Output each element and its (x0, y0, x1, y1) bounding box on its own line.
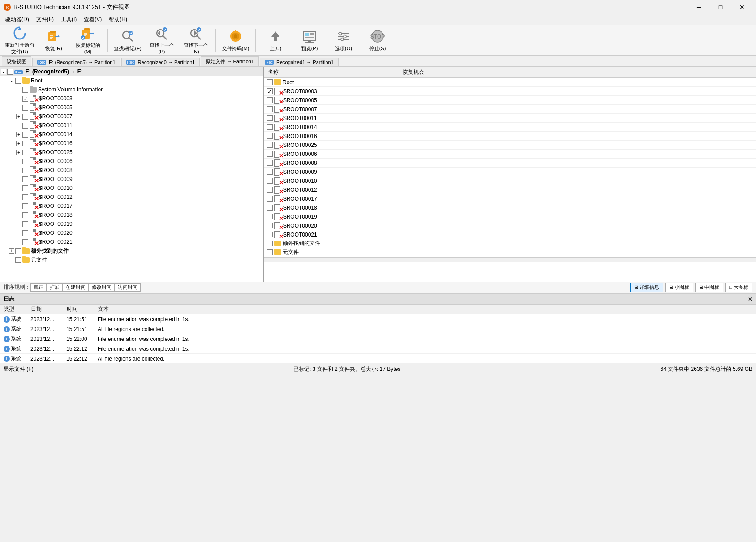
menu-tools[interactable]: 工具(I) (57, 15, 80, 24)
row-checkbox[interactable] (267, 232, 273, 237)
right-table-row[interactable]: ✕ $ROOT00020 (264, 221, 756, 230)
tree-item-root00018[interactable]: ✕ $ROOT00018 (0, 211, 263, 219)
row-checkbox[interactable] (267, 249, 273, 255)
menu-drives[interactable]: 驱动器(D) (2, 15, 33, 24)
row-checkbox[interactable] (267, 169, 273, 175)
root-checkbox[interactable] (7, 69, 13, 75)
row-checkbox[interactable]: ✓ (267, 88, 273, 94)
meta-checkbox[interactable] (15, 257, 21, 263)
tree-item-sysvolinfo[interactable]: System Volume Information (0, 85, 263, 94)
r12-checkbox[interactable] (22, 194, 28, 200)
r16-checkbox[interactable] (22, 141, 28, 146)
row-checkbox[interactable] (267, 205, 273, 211)
right-table-row[interactable]: ✕ $ROOT00025 (264, 141, 756, 150)
view-large-icon-btn[interactable]: □ 大图标 (725, 283, 752, 292)
r8-checkbox[interactable] (22, 168, 28, 173)
tree-item-root00012[interactable]: ✕ $ROOT00012 (0, 193, 263, 202)
right-table-row[interactable]: ✕ $ROOT00007 (264, 105, 756, 114)
sysvolinfo-checkbox[interactable] (22, 87, 28, 93)
row-checkbox[interactable] (267, 124, 273, 130)
status-left[interactable]: 显示文件 (F) (4, 366, 34, 373)
minimize-button[interactable]: ─ (689, 0, 709, 14)
row-checkbox[interactable] (267, 241, 273, 246)
row-checkbox[interactable] (267, 106, 273, 112)
right-table-row[interactable]: ✕ $ROOT00010 (264, 176, 756, 185)
find-next-button[interactable]: 查找下一个(N) (180, 27, 212, 53)
right-table-row[interactable]: ✕ $ROOT00011 (264, 114, 756, 123)
tab-recognized0[interactable]: Rec Recognized0 → Partition1 (121, 58, 200, 66)
r19-checkbox[interactable] (22, 221, 28, 227)
row-checkbox[interactable] (267, 178, 273, 184)
col-name-header[interactable]: 名称 (264, 67, 399, 78)
tree-item-root00011[interactable]: ✕ $ROOT00011 (0, 121, 263, 130)
sort-btn-created[interactable]: 创建时间 (63, 283, 89, 292)
find-mark-button[interactable]: 查找/标记(F) (112, 27, 144, 53)
view-detail-btn[interactable]: ⊞ 详细信息 (630, 283, 663, 292)
row-checkbox[interactable] (267, 142, 273, 148)
right-table-row[interactable]: ✕ $ROOT00018 (264, 203, 756, 212)
row-checkbox[interactable] (267, 151, 273, 157)
right-table-row[interactable]: ✕ $ROOT00014 (264, 123, 756, 132)
right-table-row[interactable]: ✕ $ROOT00005 (264, 96, 756, 105)
stop-button[interactable]: STOP 停止(S) (361, 27, 394, 53)
row-checkbox[interactable] (267, 160, 273, 166)
tree-item-root00014[interactable]: + ✕ $ROOT00014 (0, 130, 263, 139)
right-scrollbar-x[interactable] (264, 257, 756, 262)
row-checkbox[interactable] (267, 79, 273, 85)
r25-expand-btn[interactable]: + (16, 150, 21, 155)
tree-item-root00006[interactable]: ✕ $ROOT00006 (0, 157, 263, 166)
right-table-row[interactable]: ✕ $ROOT00012 (264, 185, 756, 194)
tab-recognized1[interactable]: Rec Recognized1 → Partition1 (260, 58, 339, 66)
right-table-row[interactable]: ✕ $ROOT00008 (264, 159, 756, 168)
r25-checkbox[interactable] (22, 150, 28, 155)
tree-item-root00008[interactable]: ✕ $ROOT00008 (0, 166, 263, 175)
r14-checkbox[interactable] (22, 132, 28, 138)
tree-item-root00005[interactable]: ✕ $ROOT00005 (0, 103, 263, 112)
r14-expand-btn[interactable]: + (16, 132, 21, 137)
menu-view[interactable]: 查看(V) (80, 15, 105, 24)
extra-checkbox[interactable] (15, 248, 21, 254)
r10-checkbox[interactable] (22, 185, 28, 191)
r5-checkbox[interactable] (22, 105, 28, 111)
r3-checkbox[interactable] (22, 96, 28, 102)
row-checkbox[interactable] (267, 187, 273, 193)
right-table-row[interactable]: 元文件 (264, 248, 756, 257)
right-table-row[interactable]: ✕ $ROOT00021 (264, 230, 756, 239)
recover-button[interactable]: 恢复(R) (38, 27, 70, 53)
tree-item-root00003[interactable]: ✕ $ROOT00003 (0, 94, 263, 103)
r21-checkbox[interactable] (22, 239, 28, 245)
tab-device-view[interactable]: 设备视图 (2, 56, 31, 66)
find-prev-button[interactable]: 查找上一个(P) (146, 27, 178, 53)
r18-checkbox[interactable] (22, 212, 28, 218)
maximize-button[interactable]: □ (710, 0, 731, 14)
tree-item-root00009[interactable]: ✕ $ROOT00009 (0, 175, 263, 184)
row-checkbox[interactable] (267, 214, 273, 219)
view-small-icon-btn[interactable]: ⊟ 小图标 (665, 283, 693, 292)
tree-item-root00019[interactable]: ✕ $ROOT00019 (0, 219, 263, 228)
log-close-button[interactable]: ✕ (748, 296, 752, 302)
row-checkbox[interactable] (267, 196, 273, 202)
tree-item-meta[interactable]: 元文件 (0, 255, 263, 264)
tree-item-root00007[interactable]: + ✕ $ROOT00007 (0, 112, 263, 121)
menu-file[interactable]: 文件(F) (33, 15, 57, 24)
file-mask-button[interactable]: 文件掩码(M) (219, 27, 252, 53)
sort-btn-ext[interactable]: 扩展 (47, 283, 63, 292)
view-medium-icon-btn[interactable]: ⊞ 中图标 (695, 283, 723, 292)
row-checkbox[interactable] (267, 97, 273, 103)
right-table-row[interactable]: 额外找到的文件 (264, 239, 756, 248)
tree-item-extra[interactable]: + 额外找到的文件 (0, 246, 263, 255)
right-table-row[interactable]: ✕ $ROOT00019 (264, 212, 756, 221)
tree-item-root00016[interactable]: + ✕ $ROOT00016 (0, 139, 263, 148)
menu-help[interactable]: 帮助(H) (105, 15, 131, 24)
right-table-row[interactable]: ✕ $ROOT00006 (264, 150, 756, 159)
right-table-row[interactable]: Root (264, 78, 756, 87)
preview-button[interactable]: 预览(P) (293, 27, 326, 53)
tree-item-root[interactable]: - Root (0, 76, 263, 85)
recover-marked-button[interactable]: 恢复标记的(M) (72, 27, 104, 53)
tree-item-root00020[interactable]: ✕ $ROOT00020 (0, 228, 263, 237)
root-folder-expand[interactable]: - (9, 78, 14, 83)
r9-checkbox[interactable] (22, 176, 28, 182)
r6-checkbox[interactable] (22, 159, 28, 164)
right-table-row[interactable]: ✕ $ROOT00016 (264, 132, 756, 141)
sort-btn-real[interactable]: 真正 (30, 283, 47, 292)
